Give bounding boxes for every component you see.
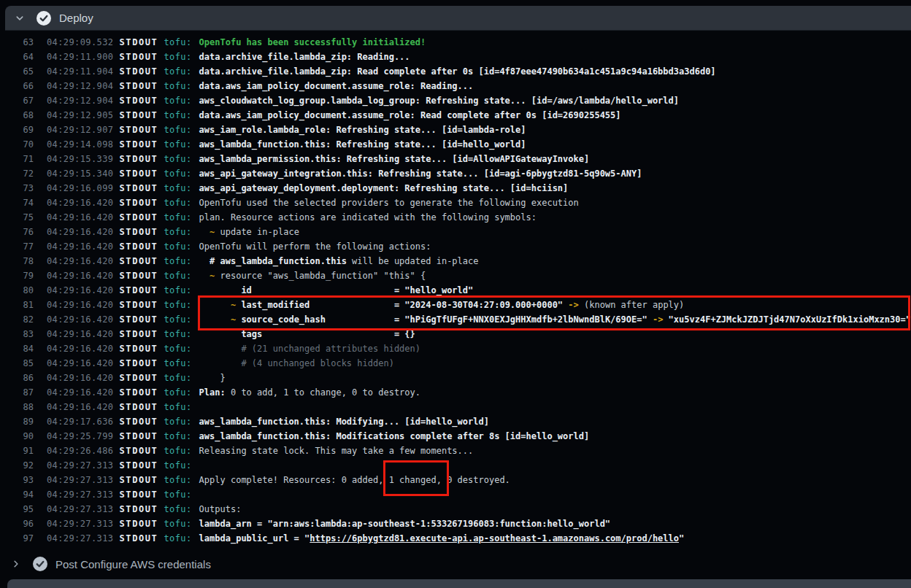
step-header-post-configure[interactable]: Post Configure AWS credentials [0, 549, 911, 579]
process-label: tofu: [164, 37, 191, 47]
log-text: aws_lambda_function.this: Refreshing sta… [199, 139, 526, 150]
log-text: Plan: [199, 387, 226, 398]
line-number[interactable]: 66 [0, 81, 34, 91]
process-label: tofu: [164, 504, 191, 514]
log-link[interactable]: https://6pbygtzd81.execute-api.ap-southe… [310, 533, 679, 543]
process-label: tofu: [164, 227, 191, 237]
process-label: tofu: [164, 431, 191, 441]
stream-label: STDOUT [120, 37, 158, 47]
line-number[interactable]: 82 [0, 314, 34, 325]
timestamp: 04:29:12.905 [47, 110, 114, 120]
chevron-right-icon[interactable] [11, 559, 21, 569]
log-line: 8604:29:16.420STDOUTtofu: } [0, 371, 911, 385]
line-number[interactable]: 63 [0, 37, 34, 47]
process-label: tofu: [164, 241, 191, 252]
process-label: tofu: [164, 212, 191, 223]
line-number[interactable]: 90 [0, 431, 34, 441]
line-number[interactable]: 67 [0, 96, 34, 106]
stream-label: STDOUT [120, 227, 158, 237]
log-message: data.aws_iam_policy_document.assume_role… [199, 110, 621, 120]
log-lines: 6304:29:09.532STDOUTtofu:OpenTofu has be… [0, 35, 911, 546]
line-number[interactable]: 94 [0, 490, 34, 500]
log-text: # aws_lambda_function.this [210, 256, 347, 266]
log-line: 8704:29:16.420STDOUTtofu:Plan: 0 to add,… [0, 385, 911, 400]
log-text: lambda_public_url = " [199, 533, 310, 543]
line-number[interactable]: 84 [0, 344, 34, 354]
log-message: aws_lambda_function.this: Refreshing sta… [199, 139, 526, 150]
line-number[interactable]: 64 [0, 52, 34, 62]
timestamp: 04:29:16.420 [47, 212, 114, 223]
stream-label: STDOUT [120, 52, 158, 62]
stream-label: STDOUT [120, 329, 158, 339]
line-number[interactable]: 92 [0, 460, 34, 471]
line-number[interactable]: 93 [0, 475, 34, 485]
line-number[interactable]: 70 [0, 139, 34, 150]
line-number[interactable]: 83 [0, 329, 34, 339]
log-line: 7804:29:16.420STDOUTtofu: # aws_lambda_f… [0, 254, 911, 268]
log-message: data.aws_iam_policy_document.assume_role… [199, 81, 474, 91]
line-number[interactable]: 85 [0, 358, 34, 368]
timestamp: 04:29:27.313 [47, 490, 114, 500]
timestamp: 04:29:16.420 [47, 271, 114, 281]
line-number[interactable]: 89 [0, 417, 34, 427]
line-number[interactable]: 87 [0, 387, 34, 398]
log-text: (known after apply) [579, 300, 685, 310]
log-message: Releasing state lock. This may take a fe… [199, 446, 474, 456]
process-label: tofu: [164, 66, 191, 77]
log-text: } [199, 373, 226, 383]
line-number[interactable]: 96 [0, 519, 34, 529]
line-number[interactable]: 95 [0, 504, 34, 514]
line-number[interactable]: 97 [0, 533, 34, 543]
line-number[interactable]: 76 [0, 227, 34, 237]
log-text: OpenTofu will perform the following acti… [199, 241, 431, 252]
timestamp: 04:29:27.313 [47, 460, 114, 471]
line-number[interactable]: 71 [0, 154, 34, 164]
log-message: aws_iam_role.lambda_role: Refreshing sta… [199, 125, 526, 135]
line-number[interactable]: 65 [0, 66, 34, 77]
process-label: tofu: [164, 96, 191, 106]
stream-label: STDOUT [120, 110, 158, 120]
line-number[interactable]: 69 [0, 125, 34, 135]
stream-label: STDOUT [120, 241, 158, 252]
line-number[interactable]: 88 [0, 402, 34, 412]
process-label: tofu: [164, 169, 191, 179]
line-number[interactable]: 86 [0, 373, 34, 383]
line-number[interactable]: 91 [0, 446, 34, 456]
log-text: aws_iam_role.lambda_role: Refreshing sta… [199, 125, 526, 135]
step-header-deploy[interactable]: Deploy [5, 6, 911, 31]
timestamp: 04:29:16.099 [47, 183, 114, 193]
line-number[interactable]: 73 [0, 183, 34, 193]
page-background-strip [0, 0, 911, 6]
log-text: Outputs: [199, 504, 242, 514]
process-label: tofu: [164, 183, 191, 193]
chevron-down-icon[interactable] [15, 13, 25, 23]
next-step-title: Post Configure AWS credentials [55, 558, 211, 570]
line-number[interactable]: 78 [0, 256, 34, 266]
log-text: # (4 unchanged blocks hidden) [199, 358, 394, 368]
log-line: 7404:29:16.420STDOUTtofu:OpenTofu used t… [0, 196, 911, 210]
line-number[interactable]: 72 [0, 169, 34, 179]
log-line: 6404:29:11.900STDOUTtofu:data.archive_fi… [0, 50, 911, 64]
line-number[interactable]: 81 [0, 300, 34, 310]
line-number[interactable]: 77 [0, 241, 34, 252]
timestamp: 04:29:16.420 [47, 387, 114, 398]
timestamp: 04:29:16.420 [47, 358, 114, 368]
line-number[interactable]: 74 [0, 198, 34, 208]
log-text: # (21 unchanged attributes hidden) [199, 344, 420, 354]
stream-label: STDOUT [120, 300, 158, 310]
log-text [199, 271, 210, 281]
stream-label: STDOUT [120, 183, 158, 193]
line-number[interactable]: 75 [0, 212, 34, 223]
log-text: update in-place [215, 227, 299, 237]
log-text: source_code_hash = "hPiGgTfUFgF+NNX0EXJg… [236, 314, 647, 325]
next-step-bar[interactable] [7, 579, 911, 588]
line-number[interactable]: 79 [0, 271, 34, 281]
stream-label: STDOUT [120, 504, 158, 514]
log-message: aws_cloudwatch_log_group.lambda_log_grou… [199, 96, 679, 106]
log-message: lambda_arn = "arn:aws:lambda:ap-southeas… [199, 519, 611, 529]
stream-label: STDOUT [120, 314, 158, 325]
line-number[interactable]: 80 [0, 285, 34, 295]
line-number[interactable]: 68 [0, 110, 34, 120]
process-label: tofu: [164, 446, 191, 456]
stream-label: STDOUT [120, 402, 158, 412]
